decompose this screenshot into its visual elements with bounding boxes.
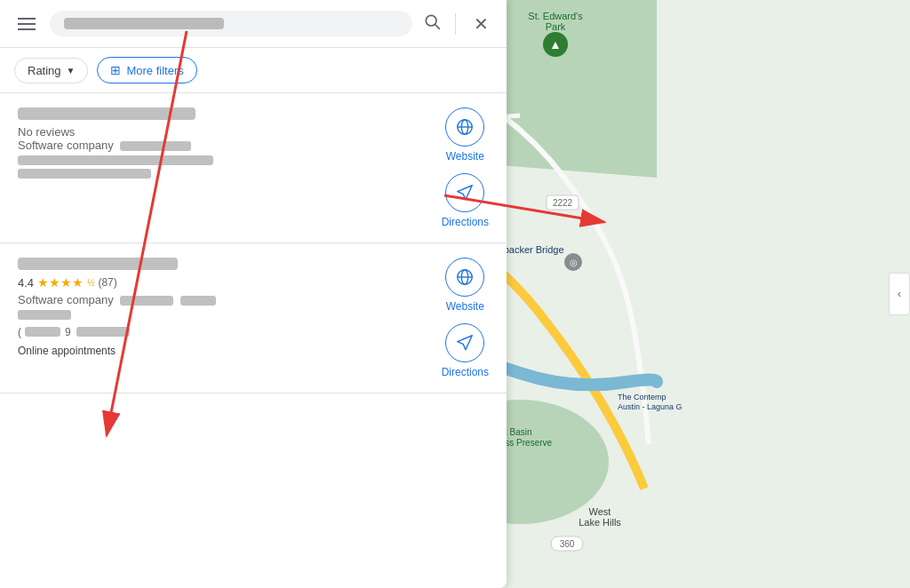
result-2-rating: 4.4 ★★★★ ½ (87) (18, 275, 424, 290)
result-2-note: Online appointments (18, 345, 424, 357)
result-1-name (18, 107, 424, 120)
result-1-info: No reviews Software company (18, 107, 424, 179)
phone-blurred (25, 327, 60, 337)
result-2-header: 4.4 ★★★★ ½ (87) Software company ( (18, 258, 489, 378)
svg-line-33 (435, 25, 440, 29)
phone-blurred-2 (76, 327, 130, 337)
results-list: No reviews Software company (0, 93, 507, 588)
result-1-actions: Website Directions (442, 107, 489, 228)
rating-value: 4.4 (18, 276, 34, 290)
result-2-phone: ( 9 (18, 323, 424, 339)
result-1-header: No reviews Software company (18, 107, 489, 228)
svg-text:Lake Hills: Lake Hills (579, 517, 621, 528)
type-suffix-blurred (120, 141, 191, 151)
result-2-info: 4.4 ★★★★ ½ (87) Software company ( (18, 258, 424, 357)
search-bar: ✕ (0, 0, 507, 48)
hamburger-menu-button[interactable] (14, 14, 39, 34)
filter-adjust-icon: ⊞ (110, 63, 121, 77)
sidebar: ✕ Rating ▼ ⊞ More filters No reviews (0, 0, 507, 588)
more-filters-label: More filters (126, 64, 183, 77)
svg-text:Austin - Laguna G: Austin - Laguna G (618, 402, 682, 411)
close-button[interactable]: ✕ (470, 13, 492, 35)
result-2-directions-button[interactable]: Directions (442, 323, 489, 378)
result-1-no-reviews: No reviews (18, 125, 424, 139)
result-1-type: Software company (18, 139, 424, 152)
result-2-type: Software company (18, 293, 424, 306)
svg-text:The Contemp: The Contemp (618, 393, 667, 401)
website-label-2: Website (446, 300, 484, 313)
svg-text:St. Edward's: St. Edward's (528, 11, 583, 21)
result-item-1: No reviews Software company (0, 93, 507, 243)
result-2-website-button[interactable]: Website (445, 258, 484, 313)
star-icons: ★★★★ (37, 275, 84, 290)
svg-text:360: 360 (560, 539, 575, 549)
directions-label-2: Directions (442, 366, 489, 378)
name-blurred (18, 107, 196, 120)
address-blurred-2 (18, 169, 151, 179)
filters-bar: Rating ▼ ⊞ More filters (0, 48, 507, 93)
svg-text:2222: 2222 (553, 198, 573, 208)
review-count: (87) (98, 276, 116, 289)
result-item-2: 4.4 ★★★★ ½ (87) Software company ( (0, 243, 507, 393)
rating-filter-label: Rating (28, 64, 61, 77)
directions-circle-1 (445, 173, 484, 212)
type-suffix-blurred-2 (120, 296, 173, 306)
website-label-1: Website (446, 150, 484, 163)
svg-text:Park: Park (546, 21, 566, 32)
directions-label-1: Directions (442, 216, 489, 228)
type-suffix-blurred-3 (180, 296, 216, 306)
directions-circle-2 (445, 323, 484, 362)
svg-text:▲: ▲ (549, 37, 562, 52)
result-2-name (18, 258, 424, 270)
result-1-website-button[interactable]: Website (445, 107, 484, 163)
address-blurred-3 (18, 310, 71, 320)
dropdown-icon: ▼ (67, 66, 76, 75)
result-2-actions: Website Directions (442, 258, 489, 378)
svg-text:◎: ◎ (570, 258, 578, 267)
result-1-directions-button[interactable]: Directions (442, 173, 489, 228)
address-blurred-1 (18, 155, 213, 165)
website-circle-2 (445, 258, 484, 297)
more-filters-button[interactable]: ⊞ More filters (97, 57, 196, 83)
search-divider (455, 13, 456, 35)
search-text-blurred (64, 18, 224, 29)
map-collapse-button[interactable]: ‹ (889, 273, 910, 315)
search-input[interactable] (50, 11, 412, 36)
website-circle-1 (445, 107, 484, 147)
half-star: ½ (87, 278, 94, 288)
name-blurred-2 (18, 258, 178, 270)
search-icon[interactable] (423, 12, 441, 35)
rating-filter-button[interactable]: Rating ▼ (14, 58, 88, 83)
svg-text:West: West (589, 506, 611, 517)
